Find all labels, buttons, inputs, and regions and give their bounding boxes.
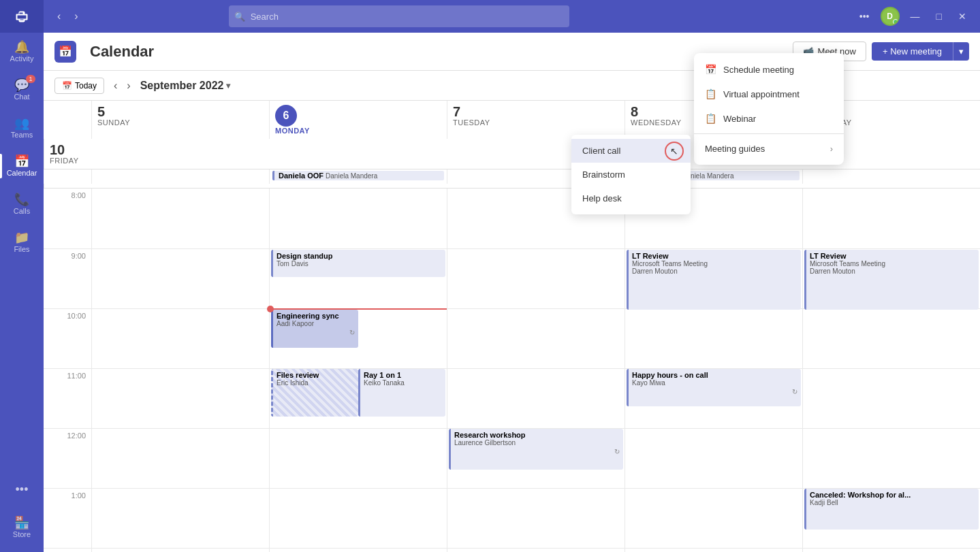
- sidebar-item-label: Teams: [11, 131, 33, 139]
- sidebar-item-more[interactable]: •••: [0, 470, 44, 508]
- dropdown-webinar-label: Webinar: [723, 114, 756, 124]
- event-canceled-workshop[interactable]: Canceled: Workshop for al... Kadji Bell: [804, 489, 979, 530]
- back-button[interactable]: ‹: [52, 7, 66, 25]
- current-time-indicator: [270, 308, 447, 310]
- event-ray-1on1[interactable]: Ray 1 on 1 Keiko Tanaka: [358, 369, 445, 417]
- time-11: 11:00: [44, 368, 91, 428]
- day-name-tuesday: Tuesday: [453, 118, 619, 127]
- more-options-button[interactable]: •••: [854, 8, 875, 25]
- event-person: Kayo Miwa: [632, 379, 797, 387]
- sidebar-item-label: Files: [14, 245, 29, 253]
- today-label: Today: [75, 81, 97, 91]
- day-column-monday: Design standup Tom Davis Engineering syn…: [269, 189, 447, 552]
- today-button[interactable]: 📅 Today: [54, 78, 104, 94]
- hour-2-sunday: [92, 548, 269, 552]
- sidebar-item-label: Chat: [14, 93, 29, 101]
- activity-icon: 🔔: [14, 41, 29, 53]
- event-title: Files review: [276, 371, 355, 379]
- avatar[interactable]: D: [881, 7, 900, 26]
- sidebar-item-chat[interactable]: 💬 1 Chat: [0, 71, 44, 109]
- sidebar-item-activity[interactable]: 🔔 Activity: [0, 33, 44, 71]
- day-num-7: 7: [453, 105, 619, 118]
- submenu-helpdesk[interactable]: Help desk: [571, 186, 691, 210]
- event-person: Kadji Bell: [810, 499, 975, 506]
- event-design-standup[interactable]: Design standup Tom Davis: [271, 250, 445, 277]
- hour-10-sunday: [92, 308, 269, 368]
- topbar-right: ••• D — □ ✕: [854, 7, 972, 26]
- sidebar-item-files[interactable]: 📁 Files: [0, 223, 44, 261]
- event-engineering-sync[interactable]: Engineering sync Aadi Kapoor ↻: [271, 310, 358, 348]
- event-lt-review-thu[interactable]: LT Review Microsoft Teams Meeting Darren…: [804, 250, 979, 310]
- dropdown-schedule-label: Schedule meeting: [723, 65, 794, 75]
- client-call-label: Client call: [582, 146, 620, 156]
- cursor-indicator: ↖: [665, 142, 684, 161]
- helpdesk-label: Help desk: [582, 193, 622, 204]
- dropdown-separator: [694, 133, 844, 134]
- submenu-brainstorm[interactable]: Brainstorm: [571, 163, 691, 186]
- event-title: LT Review: [810, 252, 975, 260]
- dropdown-webinar[interactable]: 📋 Webinar: [694, 106, 844, 131]
- new-meeting-chevron-button[interactable]: ▾: [953, 42, 969, 61]
- new-meeting-button[interactable]: + New meeting: [872, 42, 953, 61]
- forward-button[interactable]: ›: [69, 7, 83, 25]
- hour-1-sunday: [92, 488, 269, 548]
- avatar-online-status: [893, 19, 898, 25]
- allday-event-daniela-oof[interactable]: Daniela OOF Daniela Mandera: [272, 171, 444, 180]
- hour-9-sunday: [92, 248, 269, 308]
- sidebar-item-calendar[interactable]: 📅 Calendar: [0, 147, 44, 185]
- day-column-wednesday: LT Review Microsoft Teams Meeting Darren…: [625, 189, 802, 552]
- prev-week-button[interactable]: ‹: [110, 78, 121, 93]
- time-8: 8:00: [44, 189, 91, 248]
- sidebar-item-label: Calendar: [7, 169, 37, 177]
- sidebar-item-store[interactable]: 🏪 Store: [0, 508, 44, 547]
- sidebar-bottom: ••• 🏪 Store: [0, 470, 44, 552]
- sidebar: 🔔 Activity 💬 1 Chat 👥 Teams 📅 Calendar 📞…: [0, 0, 44, 552]
- event-person: Microsoft Teams Meeting: [810, 260, 975, 267]
- event-research-workshop[interactable]: Research workshop Laurence Gilbertson ↻: [449, 429, 623, 470]
- event-title: Design standup: [276, 252, 442, 260]
- sidebar-item-label: Store: [13, 530, 31, 538]
- allday-friday: [44, 184, 91, 189]
- day-num-6: 6: [275, 105, 297, 127]
- webinar-icon: 📋: [705, 113, 716, 124]
- store-icon: 🏪: [14, 517, 29, 529]
- week-nav-arrows: ‹ ›: [110, 78, 135, 93]
- day-name-sunday: Sunday: [97, 118, 264, 127]
- dropdown-meeting-guides[interactable]: Meeting guides ›: [694, 137, 844, 161]
- sidebar-item-label: Activity: [10, 54, 34, 63]
- new-meeting-dropdown: 📅 Schedule meeting 📋 Virtual appointment…: [694, 53, 844, 165]
- sidebar-item-teams[interactable]: 👥 Teams: [0, 109, 44, 147]
- next-week-button[interactable]: ›: [123, 78, 134, 93]
- event-person2: Darren Mouton: [810, 267, 975, 275]
- guides-label: Meeting guides: [705, 144, 765, 154]
- allday-thursday: [802, 169, 980, 184]
- event-lt-review-wed[interactable]: LT Review Microsoft Teams Meeting Darren…: [627, 250, 801, 310]
- event-title: LT Review: [632, 252, 797, 260]
- allday-event-title: Daniela OOF: [279, 172, 326, 180]
- app-logo[interactable]: [0, 0, 44, 33]
- month-picker-chevron[interactable]: ▾: [226, 81, 230, 91]
- time-10: 10:00: [44, 308, 91, 368]
- search-input[interactable]: [229, 5, 569, 27]
- sidebar-item-label: Calls: [14, 207, 30, 215]
- dropdown-virtual-label: Virtual appointment: [723, 89, 800, 99]
- dropdown-virtual-appointment[interactable]: 📋 Virtual appointment: [694, 82, 844, 106]
- hour-8-sunday: [92, 189, 269, 248]
- submenu-client-call[interactable]: Client call ↖: [571, 139, 691, 163]
- event-files-review[interactable]: Files review Eric Ishida: [271, 369, 358, 417]
- search-bar: 🔍: [229, 5, 569, 27]
- dropdown-schedule-meeting[interactable]: 📅 Schedule meeting: [694, 57, 844, 82]
- calendar-grid: 5 Sunday 6 Monday 7 Tuesday 8 Wednesday …: [44, 101, 980, 552]
- event-happy-hours[interactable]: Happy hours - on call Kayo Miwa ↻: [627, 369, 801, 406]
- guides-arrow: ›: [830, 144, 833, 154]
- chat-badge: 1: [26, 75, 35, 83]
- event-title: Happy hours - on call: [632, 371, 797, 379]
- day-header-sunday: 5 Sunday: [91, 101, 269, 139]
- sidebar-item-calls[interactable]: 📞 Calls: [0, 185, 44, 223]
- day-num-5: 5: [97, 105, 264, 118]
- day-num-10: 10: [50, 143, 86, 157]
- minimize-button[interactable]: —: [905, 8, 926, 25]
- close-button[interactable]: ✕: [953, 8, 972, 25]
- allday-sunday: [91, 169, 269, 184]
- maximize-button[interactable]: □: [931, 8, 947, 25]
